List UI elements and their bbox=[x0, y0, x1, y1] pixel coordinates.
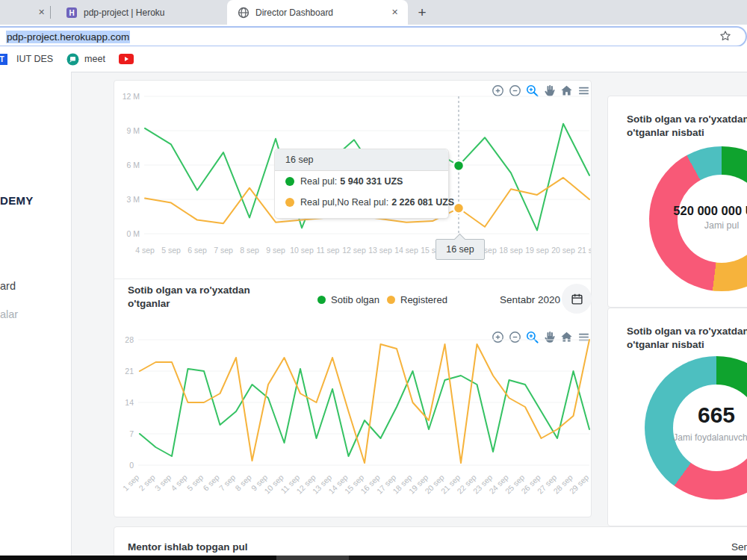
bookmark-star-icon[interactable] bbox=[719, 29, 732, 43]
youtube-icon bbox=[119, 54, 134, 64]
x-tick-label: 21 sep bbox=[577, 246, 591, 255]
bookmark-iut-des[interactable]: T IUT DES bbox=[0, 54, 53, 65]
bookmark-favicon: T bbox=[0, 54, 7, 65]
tooltip-row: Real pul,No Real pul: 2 226 081 UZS bbox=[275, 192, 448, 213]
close-icon[interactable]: ✕ bbox=[36, 7, 47, 18]
main-chart-card: 12 M9 M6 M3 M0 M4 sep5 sep6 sep7 sep8 se… bbox=[114, 80, 592, 517]
sidebar-logo: DEMY bbox=[0, 194, 34, 207]
chart-tooltip: 16 sep Real pul: 5 940 331 UZS Real pul,… bbox=[274, 149, 449, 219]
globe-icon bbox=[238, 7, 249, 19]
section2-title: Sotib olgan va ro'yxatdan o'tganlar bbox=[128, 284, 314, 311]
x-tick-label: 7 sep bbox=[214, 246, 233, 255]
svg-text:H: H bbox=[69, 9, 74, 17]
tab-heroku[interactable]: H pdp-project | Heroku ✕ bbox=[55, 0, 224, 25]
x-tick-label: 8 sep bbox=[233, 473, 253, 493]
url-text[interactable]: pdp-project.herokuapp.com bbox=[6, 31, 130, 43]
x-tick-label: 6 sep bbox=[201, 473, 221, 493]
series-dot-orange bbox=[285, 198, 294, 207]
section-divider bbox=[114, 279, 591, 279]
x-tick-label: 5 sep bbox=[185, 473, 205, 493]
legend-label: Sotib olgan bbox=[331, 294, 379, 305]
bookmarks-bar: T IUT DES meet bbox=[0, 46, 747, 72]
mentor-period-label[interactable]: Sentabr 2020 bbox=[731, 541, 747, 553]
x-tick-label: 14 sep bbox=[394, 246, 418, 255]
series-value: 5 940 331 UZS bbox=[340, 176, 403, 187]
new-tab-button[interactable]: + bbox=[413, 4, 431, 22]
y-tick-label: 21 bbox=[125, 367, 134, 376]
mentor-title: Mentor ishlab topgan pul bbox=[128, 541, 248, 554]
address-toolbar: pdp-project.herokuapp.com bbox=[0, 25, 747, 46]
donut2-center-sub: Jami foydalanuvchilar bbox=[645, 432, 747, 443]
donut2-title-line2: o'tganlar nisbati bbox=[627, 338, 747, 352]
donut-card-users: Sotib olgan va ro'yxatdan o'tganlar nisb… bbox=[607, 308, 747, 526]
y-tick-label: 0 bbox=[129, 461, 134, 470]
legend-label: Registered bbox=[400, 294, 447, 305]
series-name: Real pul,No Real pul: bbox=[300, 197, 388, 208]
x-tick-label: 4 sep bbox=[169, 473, 189, 493]
x-tick-label: 1 sep bbox=[121, 473, 141, 493]
data-point-marker bbox=[453, 203, 464, 214]
y-tick-label: 6 M bbox=[126, 161, 140, 169]
series-line bbox=[140, 369, 589, 456]
x-tick-label: 18 sep bbox=[499, 246, 523, 255]
tooltip-row: Real pul: 5 940 331 UZS bbox=[275, 171, 448, 192]
x-tick-label: 19 sep bbox=[525, 246, 549, 255]
x-tick-label: 8 sep bbox=[240, 246, 259, 255]
donut1-title-line2: o'tganlar nisbati bbox=[627, 126, 747, 140]
donut2-title-line1: Sotib olgan va ro'yxatdan bbox=[627, 325, 747, 338]
tab-label: pdp-project | Heroku bbox=[84, 7, 213, 18]
axis-tooltip: 16 sep bbox=[436, 239, 485, 260]
series-dot-green bbox=[285, 177, 294, 186]
chat-icon bbox=[66, 53, 79, 66]
legend-dot-orange bbox=[387, 296, 395, 304]
series-name: Real pul: bbox=[300, 176, 337, 187]
donut1-center-value: 520 000 000 UZS bbox=[649, 204, 747, 218]
x-tick-label: 7 sep bbox=[217, 473, 238, 493]
x-tick-label: 2 sep bbox=[137, 473, 157, 493]
legend-registered[interactable]: Registered bbox=[387, 294, 447, 305]
tab-strip: ✕ H pdp-project | Heroku ✕ Director Dash… bbox=[0, 0, 747, 25]
donut1-title: Sotib olgan va ro'yxatdan o'tganlar nisb… bbox=[627, 113, 747, 140]
donut1-title-line1: Sotib olgan va ro'yxatdan bbox=[627, 113, 747, 126]
bookmark-meet[interactable]: meet bbox=[66, 53, 105, 66]
y-tick-label: 3 M bbox=[126, 195, 140, 204]
y-tick-label: 14 bbox=[125, 398, 134, 407]
close-icon[interactable]: ✕ bbox=[389, 7, 400, 18]
x-tick-label: 9 sep bbox=[266, 246, 285, 255]
sidebar-item-dashboard[interactable]: ard bbox=[0, 280, 16, 292]
y-tick-label: 28 bbox=[125, 335, 134, 344]
y-tick-label: 7 bbox=[129, 429, 134, 438]
x-tick-label: 5 sep bbox=[161, 246, 181, 255]
period-label[interactable]: Sentabr 2020 bbox=[500, 294, 560, 305]
x-tick-label: 13 sep bbox=[368, 246, 392, 255]
sidebar: DEMY ard alar bbox=[0, 72, 72, 560]
legend-sotib-olgan[interactable]: Sotib olgan bbox=[317, 294, 379, 305]
series-line bbox=[140, 340, 589, 463]
date-picker-button[interactable] bbox=[562, 284, 592, 314]
y-tick-label: 0 M bbox=[126, 229, 140, 238]
sidebar-item-secondary[interactable]: alar bbox=[0, 308, 18, 320]
section2-title-line1: Sotib olgan va ro'yxatdan bbox=[128, 284, 314, 297]
users-line-chart[interactable]: 282114701 sep2 sep3 sep4 sep5 sep6 sep7 … bbox=[114, 320, 591, 506]
bookmark-youtube[interactable] bbox=[119, 54, 134, 64]
y-tick-label: 12 M bbox=[123, 92, 140, 101]
taskbar-edge bbox=[0, 556, 747, 560]
donut2-center-value: 665 bbox=[645, 402, 747, 428]
screen: ✕ H pdp-project | Heroku ✕ Director Dash… bbox=[0, 0, 747, 560]
bookmark-label: IUT DES bbox=[16, 54, 53, 64]
address-bar[interactable]: pdp-project.herokuapp.com bbox=[0, 26, 747, 47]
tab-director-dashboard[interactable]: Director Dashboard ✕ bbox=[227, 0, 408, 25]
heroku-favicon: H bbox=[66, 7, 78, 19]
calendar-icon bbox=[571, 293, 583, 305]
tab-label: Director Dashboard bbox=[255, 7, 389, 18]
x-tick-label: 4 sep bbox=[135, 246, 155, 255]
x-tick-label: 11 sep bbox=[317, 246, 340, 255]
tab-separator bbox=[50, 6, 51, 19]
y-tick-label: 9 M bbox=[126, 126, 140, 135]
x-tick-label: 20 sep bbox=[551, 246, 575, 255]
x-tick-label: 6 sep bbox=[187, 246, 207, 255]
x-tick-label: 12 sep bbox=[342, 246, 366, 255]
x-tick-label: 3 sep bbox=[153, 473, 173, 493]
series-value: 2 226 081 UZS bbox=[391, 197, 454, 208]
donut-card-money: Sotib olgan va ro'yxatdan o'tganlar nisb… bbox=[607, 96, 747, 308]
